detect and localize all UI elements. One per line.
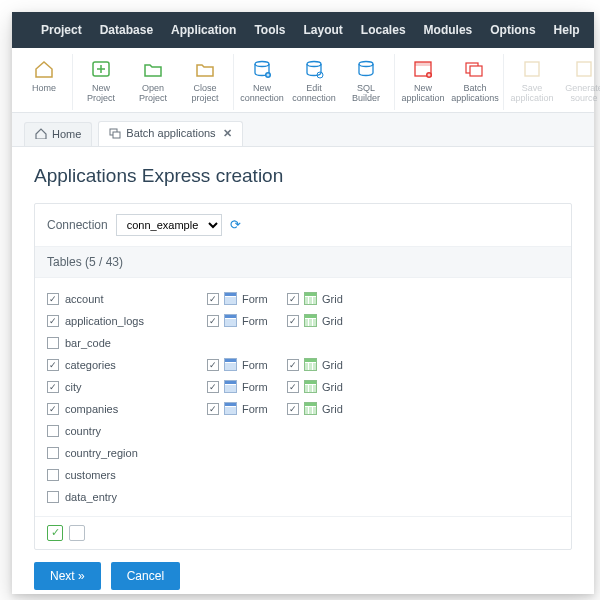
form-label: Form <box>242 315 268 327</box>
table-row: data_entry <box>47 486 559 508</box>
connection-label: Connection <box>47 218 108 232</box>
menu-application[interactable]: Application <box>162 23 245 37</box>
menu-locales[interactable]: Locales <box>352 23 415 37</box>
svg-rect-11 <box>525 62 539 76</box>
menu-modules[interactable]: Modules <box>415 23 482 37</box>
svg-rect-12 <box>577 62 591 76</box>
form-icon <box>224 292 237 305</box>
grid-icon <box>304 402 317 415</box>
form-icon <box>224 402 237 415</box>
table-name: account <box>65 293 104 305</box>
grid-label: Grid <box>322 403 343 415</box>
close-icon[interactable]: ✕ <box>223 127 232 140</box>
grid-checkbox[interactable] <box>287 315 299 327</box>
menu-help[interactable]: Help <box>545 23 589 37</box>
close-project-button[interactable]: Close project <box>179 54 231 110</box>
table-row: country_region <box>47 442 559 464</box>
home-button[interactable]: Home <box>18 54 70 110</box>
grid-checkbox[interactable] <box>287 359 299 371</box>
form-checkbox[interactable] <box>207 293 219 305</box>
grid-label: Grid <box>322 315 343 327</box>
next-button[interactable]: Next » <box>34 562 101 590</box>
table-checkbox[interactable] <box>47 337 59 349</box>
form-icon <box>224 380 237 393</box>
table-list: accountFormGridapplication_logsFormGridb… <box>35 278 571 516</box>
table-name: application_logs <box>65 315 144 327</box>
table-checkbox[interactable] <box>47 425 59 437</box>
new-project-button[interactable]: New Project <box>75 54 127 110</box>
table-checkbox[interactable] <box>47 293 59 305</box>
new-application-button[interactable]: New application <box>397 54 449 110</box>
table-name: country_region <box>65 447 138 459</box>
tab-home-label: Home <box>52 128 81 140</box>
sql-builder-button[interactable]: SQL Builder <box>340 54 392 110</box>
form-icon <box>224 314 237 327</box>
form-icon <box>224 358 237 371</box>
table-checkbox[interactable] <box>47 403 59 415</box>
grid-icon <box>304 358 317 371</box>
grid-label: Grid <box>322 293 343 305</box>
table-row: customers <box>47 464 559 486</box>
form-label: Form <box>242 359 268 371</box>
select-all-button[interactable]: ✓ <box>47 525 63 541</box>
form-checkbox[interactable] <box>207 359 219 371</box>
grid-icon <box>304 292 317 305</box>
open-project-button[interactable]: Open Project <box>127 54 179 110</box>
form-checkbox[interactable] <box>207 403 219 415</box>
cancel-button[interactable]: Cancel <box>111 562 180 590</box>
table-name: city <box>65 381 82 393</box>
table-checkbox[interactable] <box>47 491 59 503</box>
deselect-all-button[interactable] <box>69 525 85 541</box>
menubar: ProjectDatabaseApplicationToolsLayoutLoc… <box>12 12 594 48</box>
table-checkbox[interactable] <box>47 359 59 371</box>
table-checkbox[interactable] <box>47 447 59 459</box>
grid-label: Grid <box>322 381 343 393</box>
grid-label: Grid <box>322 359 343 371</box>
tab-home[interactable]: Home <box>24 122 92 146</box>
table-row: country <box>47 420 559 442</box>
table-name: country <box>65 425 101 437</box>
form-checkbox[interactable] <box>207 381 219 393</box>
select-all-row: ✓ <box>35 516 571 549</box>
create-panel: Connection conn_example ⟳ Tables (5 / 43… <box>34 203 572 550</box>
generate-source-button: Generate source <box>558 54 600 110</box>
table-name: customers <box>65 469 116 481</box>
svg-rect-10 <box>470 66 482 76</box>
table-row: cityFormGrid <box>47 376 559 398</box>
table-row: bar_code <box>47 332 559 354</box>
grid-checkbox[interactable] <box>287 381 299 393</box>
refresh-icon[interactable]: ⟳ <box>230 217 241 232</box>
form-label: Form <box>242 403 268 415</box>
grid-checkbox[interactable] <box>287 293 299 305</box>
menu-project[interactable]: Project <box>32 23 91 37</box>
tab-bar: Home Batch applications ✕ <box>12 113 594 147</box>
toolbar: Home New Project Open Project Close proj… <box>12 48 594 113</box>
menu-options[interactable]: Options <box>481 23 544 37</box>
table-checkbox[interactable] <box>47 315 59 327</box>
connection-select[interactable]: conn_example <box>116 214 222 236</box>
menu-database[interactable]: Database <box>91 23 162 37</box>
table-row: application_logsFormGrid <box>47 310 559 332</box>
save-application-button: Save application <box>506 54 558 110</box>
table-name: data_entry <box>65 491 117 503</box>
table-row: categoriesFormGrid <box>47 354 559 376</box>
table-name: bar_code <box>65 337 111 349</box>
edit-connection-button[interactable]: Edit connection <box>288 54 340 110</box>
menu-tools[interactable]: Tools <box>245 23 294 37</box>
svg-point-5 <box>359 62 373 67</box>
tables-header: Tables (5 / 43) <box>35 247 571 278</box>
grid-checkbox[interactable] <box>287 403 299 415</box>
form-checkbox[interactable] <box>207 315 219 327</box>
tab-batch-applications[interactable]: Batch applications ✕ <box>98 121 242 146</box>
svg-point-3 <box>307 62 321 67</box>
table-checkbox[interactable] <box>47 381 59 393</box>
page-title: Applications Express creation <box>34 165 572 187</box>
svg-point-1 <box>255 62 269 67</box>
table-name: companies <box>65 403 118 415</box>
table-name: categories <box>65 359 116 371</box>
form-label: Form <box>242 381 268 393</box>
new-connection-button[interactable]: New connection <box>236 54 288 110</box>
menu-layout[interactable]: Layout <box>295 23 352 37</box>
batch-applications-button[interactable]: Batch applications <box>449 54 501 110</box>
table-checkbox[interactable] <box>47 469 59 481</box>
